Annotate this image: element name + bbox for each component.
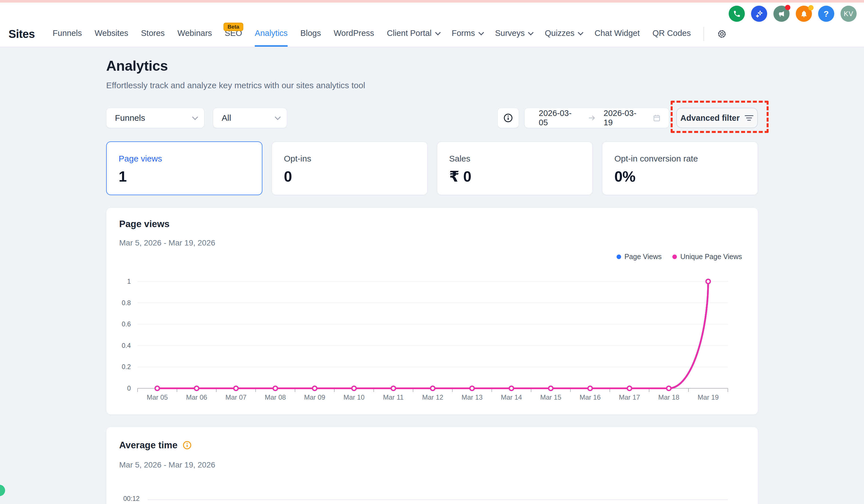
help-button[interactable]: ? <box>818 6 834 22</box>
stat-card-page-views[interactable]: Page views 1 <box>106 142 262 195</box>
stat-label: Page views <box>119 154 262 163</box>
avatar[interactable]: KV <box>840 6 857 22</box>
svg-text:0.4: 0.4 <box>122 342 131 349</box>
chevron-down-icon <box>435 30 441 35</box>
svg-text:Mar 16: Mar 16 <box>579 393 601 401</box>
stat-card-opt-ins[interactable]: Opt-ins 0 <box>272 142 428 195</box>
type-select-value: Funnels <box>115 113 145 123</box>
svg-text:Mar 14: Mar 14 <box>501 393 522 401</box>
module-title: Sites <box>9 21 35 47</box>
notifications-button[interactable] <box>796 6 812 22</box>
ai-button[interactable] <box>751 6 767 22</box>
avatar-initials: KV <box>844 10 853 18</box>
svg-text:0: 0 <box>127 385 131 392</box>
nav-item-surveys[interactable]: Surveys <box>495 21 532 47</box>
chevron-down-icon <box>275 114 280 120</box>
svg-text:Mar 08: Mar 08 <box>265 393 286 401</box>
date-info-button[interactable] <box>497 108 519 128</box>
advanced-filter-button[interactable]: Advanced filter <box>676 108 758 128</box>
beta-badge: Beta <box>224 23 243 31</box>
module-nav: Sites Funnels Websites Stores Webinars B… <box>9 21 727 47</box>
svg-text:Mar 09: Mar 09 <box>304 393 325 401</box>
phone-button[interactable] <box>729 6 745 22</box>
nav-item-wordpress[interactable]: WordPress <box>334 21 374 47</box>
svg-text:Mar 17: Mar 17 <box>619 393 640 401</box>
svg-text:Mar 12: Mar 12 <box>422 393 443 401</box>
nav-item-funnels[interactable]: Funnels <box>53 21 82 47</box>
settings-button[interactable] <box>717 21 727 47</box>
stat-value: ₹ 0 <box>449 168 592 185</box>
nav-item-blogs[interactable]: Blogs <box>300 21 321 47</box>
scope-select[interactable]: All <box>213 108 287 128</box>
date-start[interactable]: 2026-03-05 <box>539 109 580 127</box>
svg-text:Mar 18: Mar 18 <box>658 393 680 401</box>
avg-time-ytick: 00:12 <box>123 495 140 503</box>
nav-item-quizzes[interactable]: Quizzes <box>545 21 582 47</box>
trial-banner-edge <box>0 0 864 2</box>
gear-icon <box>717 29 727 39</box>
svg-text:0.8: 0.8 <box>122 299 131 307</box>
stat-label: Sales <box>449 154 592 163</box>
svg-text:1: 1 <box>127 278 131 285</box>
stat-label: Opt-ins <box>284 154 427 163</box>
avg-time-title: Average time <box>119 440 178 451</box>
info-icon <box>503 113 514 123</box>
svg-text:Mar 07: Mar 07 <box>225 393 247 401</box>
page-views-chart: 00.20.40.60.81Mar 05Mar 06Mar 07Mar 08Ma… <box>106 208 758 415</box>
question-mark-icon: ? <box>824 9 829 19</box>
nav-item-analytics[interactable]: Analytics <box>255 21 288 47</box>
nav-divider <box>704 27 704 41</box>
announcements-button[interactable] <box>773 6 790 22</box>
stat-value: 0 <box>284 168 427 185</box>
nav-item-forms[interactable]: Forms <box>452 21 482 47</box>
bell-icon <box>800 10 808 18</box>
top-navigation: ? KV Sites Funnels Websites Stores Webin… <box>0 2 864 47</box>
header-action-icons: ? KV <box>729 6 857 22</box>
date-end[interactable]: 2026-03-19 <box>603 109 645 127</box>
nav-item-webinars[interactable]: Webinars <box>178 21 212 47</box>
chevron-down-icon <box>478 30 484 35</box>
page-title: Analytics <box>106 58 168 74</box>
nav-item-client-portal[interactable]: Client Portal <box>387 21 439 47</box>
svg-text:Mar 19: Mar 19 <box>697 393 719 401</box>
notification-dot-red <box>785 5 790 10</box>
svg-text:Mar 13: Mar 13 <box>461 393 483 401</box>
stat-card-sales[interactable]: Sales ₹ 0 <box>437 142 593 195</box>
scope-select-value: All <box>222 113 231 123</box>
calendar-icon <box>652 114 661 122</box>
nav-item-qr-codes[interactable]: QR Codes <box>652 21 691 47</box>
nav-item-websites[interactable]: Websites <box>95 21 128 47</box>
svg-text:Mar 11: Mar 11 <box>383 393 404 401</box>
svg-text:0.2: 0.2 <box>122 363 131 370</box>
nav-item-stores[interactable]: Stores <box>141 21 165 47</box>
stat-value: 1 <box>119 168 262 185</box>
sparkles-icon <box>755 10 764 18</box>
stats-row: Page views 1 Opt-ins 0 Sales ₹ 0 Opt-in … <box>106 142 758 195</box>
chevron-down-icon <box>528 30 533 35</box>
arrow-right-icon <box>588 114 596 122</box>
avg-time-gridline <box>147 500 728 500</box>
svg-text:Mar 10: Mar 10 <box>344 393 364 401</box>
page-subtitle: Effortlessly track and analyze key metri… <box>106 81 365 90</box>
nav-item-seo[interactable]: Beta SEO <box>225 21 242 47</box>
filter-icon <box>744 114 754 122</box>
info-icon-orange[interactable] <box>182 440 192 450</box>
type-select[interactable]: Funnels <box>106 108 204 128</box>
phone-icon <box>733 10 741 18</box>
notification-dot-amber <box>808 5 814 11</box>
advanced-filter-label: Advanced filter <box>680 113 740 123</box>
svg-text:Mar 15: Mar 15 <box>540 393 561 401</box>
date-range-picker[interactable]: 2026-03-05 2026-03-19 <box>524 108 669 128</box>
page-views-chart-card: Page views Mar 5, 2026 - Mar 19, 2026 Pa… <box>106 208 758 415</box>
stat-label: Opt-in conversion rate <box>614 154 758 163</box>
svg-text:0.6: 0.6 <box>122 320 131 328</box>
chat-launcher[interactable] <box>0 485 5 496</box>
nav-item-chat-widget[interactable]: Chat Widget <box>595 21 640 47</box>
svg-text:Mar 06: Mar 06 <box>186 393 207 401</box>
chevron-down-icon <box>578 30 584 35</box>
chevron-down-icon <box>192 114 198 120</box>
average-time-card: Average time Mar 5, 2026 - Mar 19, 2026 … <box>106 427 758 504</box>
svg-text:Mar 05: Mar 05 <box>147 393 168 401</box>
stat-card-opt-in-conversion[interactable]: Opt-in conversion rate 0% <box>602 142 758 195</box>
avg-time-date-range: Mar 5, 2026 - Mar 19, 2026 <box>119 460 215 469</box>
